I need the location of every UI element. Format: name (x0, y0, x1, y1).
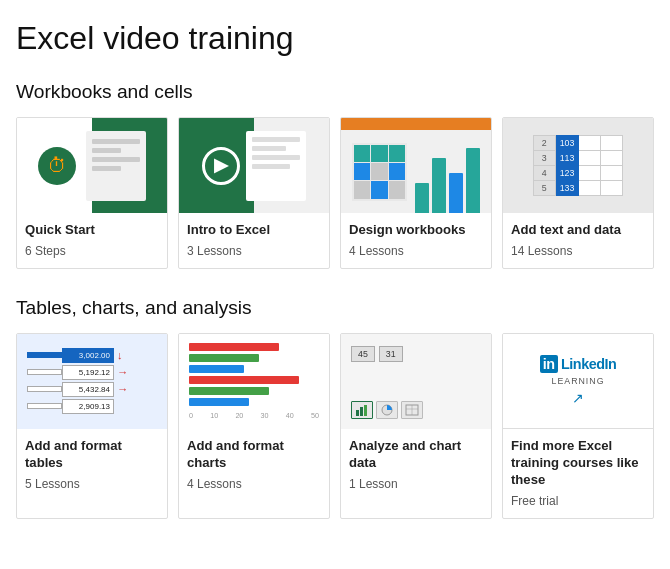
hbar-6 (189, 398, 249, 406)
card-title-linkedin-learning: Find more Excel training courses like th… (511, 437, 645, 488)
axis-30: 30 (261, 411, 269, 420)
chart-tool-2 (376, 401, 398, 419)
thumb-design-workbooks (341, 118, 491, 213)
card-title-design-workbooks: Design workbooks (349, 221, 483, 238)
svg-rect-0 (356, 410, 359, 416)
abox-31: 31 (379, 346, 403, 362)
linkedin-learning-text: LEARNING (552, 376, 605, 386)
card-add-text-data[interactable]: 2 103 3 113 4 123 5 (502, 117, 654, 269)
section-tables-charts: Tables, charts, and analysis 3,002.00 ↓ … (16, 297, 654, 519)
axis-10: 10 (210, 411, 218, 420)
svg-rect-2 (364, 405, 367, 416)
table-cell-row3-col2: 5,432.84 (62, 382, 114, 397)
thumb-intro-excel: ▶ (179, 118, 329, 213)
thumb-add-format-charts: 0 10 20 30 40 50 (179, 334, 329, 429)
card-sub-quick-start: 6 Steps (25, 244, 159, 258)
card-add-format-charts[interactable]: 0 10 20 30 40 50 Add and format charts 4… (178, 333, 330, 519)
thumb-quick-start: ⏱ (17, 118, 167, 213)
svg-rect-1 (360, 407, 363, 416)
card-body-add-format-tables: Add and format tables 5 Lessons (17, 429, 167, 501)
axis-0: 0 (189, 411, 193, 420)
table-cell-row3-col1 (27, 386, 62, 392)
hbar-2 (189, 354, 259, 362)
card-sub-add-format-tables: 5 Lessons (25, 477, 159, 491)
card-body-analyze-chart-data: Analyze and chart data 1 Lesson (341, 429, 491, 501)
hbar-5 (189, 387, 269, 395)
card-row-workbooks: ⏱ Quick Start 6 Steps ▶ (16, 117, 654, 269)
linkedin-in-icon: in (540, 355, 558, 373)
section-workbooks-label: Workbooks and cells (16, 81, 654, 103)
page-title: Excel video training (16, 20, 654, 57)
thumb-linkedin-learning: in LinkedIn LEARNING ↗ (503, 334, 653, 429)
tables-inner: 3,002.00 ↓ 5,192.12 → 5,432.84 → (27, 348, 157, 416)
card-title-add-format-charts: Add and format charts (187, 437, 321, 471)
card-title-add-text-data: Add text and data (511, 221, 645, 238)
card-design-workbooks[interactable]: Design workbooks 4 Lessons (340, 117, 492, 269)
table-cell-row2-col1 (27, 369, 62, 375)
chart-tool-3 (401, 401, 423, 419)
analyze-toolbar (351, 401, 481, 419)
table-header-col1 (27, 352, 62, 358)
abox-45: 45 (351, 346, 375, 362)
card-analyze-chart-data[interactable]: 45 31 (340, 333, 492, 519)
chart-icon (355, 404, 369, 416)
card-body-intro-excel: Intro to Excel 3 Lessons (179, 213, 329, 268)
table-cell-row4-col2: 2,909.13 (62, 399, 114, 414)
sort-arrow-icon: ↓ (117, 349, 123, 361)
thumb-add-format-tables: 3,002.00 ↓ 5,192.12 → 5,432.84 → (17, 334, 167, 429)
card-intro-excel[interactable]: ▶ Intro to Excel 3 Lessons (178, 117, 330, 269)
play-icon: ▶ (202, 147, 240, 185)
card-row-tables-charts: 3,002.00 ↓ 5,192.12 → 5,432.84 → (16, 333, 654, 519)
chart-axis: 0 10 20 30 40 50 (189, 409, 319, 420)
table-header-col2: 3,002.00 (62, 348, 114, 363)
clock-icon: ⏱ (38, 147, 76, 185)
orange-bar (341, 118, 491, 130)
design-bars (415, 143, 480, 213)
section-workbooks: Workbooks and cells ⏱ Quick Start 6 Step… (16, 81, 654, 269)
section-tables-charts-label: Tables, charts, and analysis (16, 297, 654, 319)
table-cell-row4-col1 (27, 403, 62, 409)
horizontal-bar-chart: 0 10 20 30 40 50 (189, 343, 319, 420)
card-sub-analyze-chart-data: 1 Lesson (349, 477, 483, 491)
axis-50: 50 (311, 411, 319, 420)
card-body-add-format-charts: Add and format charts 4 Lessons (179, 429, 329, 501)
data-table: 2 103 3 113 4 123 5 (533, 135, 624, 196)
card-title-intro-excel: Intro to Excel (187, 221, 321, 238)
card-title-add-format-tables: Add and format tables (25, 437, 159, 471)
card-title-quick-start: Quick Start (25, 221, 159, 238)
card-sub-linkedin-learning: Free trial (511, 494, 645, 508)
card-add-format-tables[interactable]: 3,002.00 ↓ 5,192.12 → 5,432.84 → (16, 333, 168, 519)
thumb-add-text-data: 2 103 3 113 4 123 5 (503, 118, 653, 213)
axis-20: 20 (235, 411, 243, 420)
card-title-analyze-chart-data: Analyze and chart data (349, 437, 483, 471)
card-sub-design-workbooks: 4 Lessons (349, 244, 483, 258)
card-body-linkedin-learning: Find more Excel training courses like th… (503, 429, 653, 518)
card-sub-add-text-data: 14 Lessons (511, 244, 645, 258)
screen-quick-start (86, 131, 146, 201)
table-cell-row2-col2: 5,192.12 (62, 365, 114, 380)
linkedin-logo: in LinkedIn (540, 356, 616, 372)
table-row-arrow-icon: → (117, 366, 128, 378)
table-icon (405, 404, 419, 416)
design-grid (352, 143, 407, 201)
card-linkedin-learning[interactable]: in LinkedIn LEARNING ↗ Find more Excel t… (502, 333, 654, 519)
card-sub-add-format-charts: 4 Lessons (187, 477, 321, 491)
chart-tool-1 (351, 401, 373, 419)
analyze-chart (351, 401, 481, 422)
thumb-analyze-chart-data: 45 31 (341, 334, 491, 429)
hbar-1 (189, 343, 279, 351)
external-link-icon: ↗ (572, 390, 584, 406)
card-sub-intro-excel: 3 Lessons (187, 244, 321, 258)
analyze-boxes: 45 31 (351, 346, 403, 362)
table-row3-arrow-icon: → (117, 383, 128, 395)
design-content (341, 130, 491, 213)
analyze-inner: 45 31 (351, 342, 481, 422)
axis-40: 40 (286, 411, 294, 420)
card-body-add-text-data: Add text and data 14 Lessons (503, 213, 653, 268)
screen-intro (246, 131, 306, 201)
hbar-3 (189, 365, 244, 373)
card-quick-start[interactable]: ⏱ Quick Start 6 Steps (16, 117, 168, 269)
hbar-4 (189, 376, 299, 384)
card-body-quick-start: Quick Start 6 Steps (17, 213, 167, 268)
card-body-design-workbooks: Design workbooks 4 Lessons (341, 213, 491, 268)
